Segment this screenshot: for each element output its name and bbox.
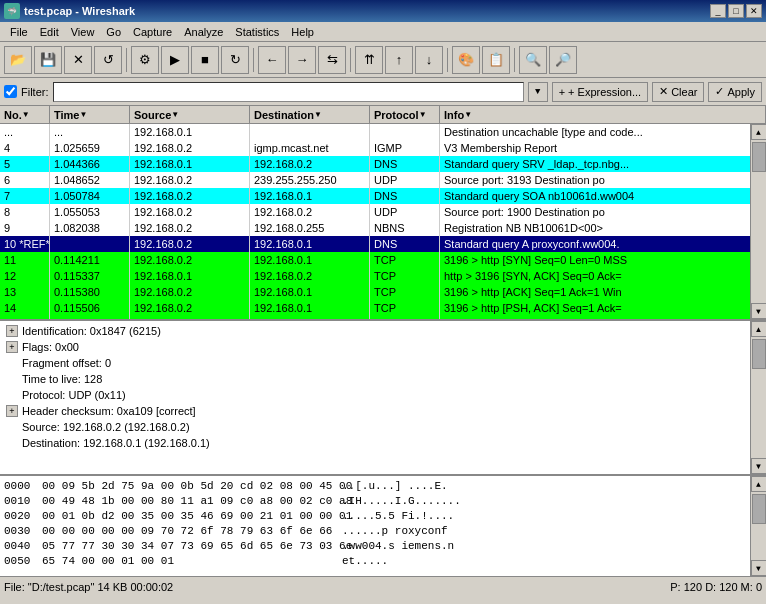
- detail-vscroll-down[interactable]: ▼: [751, 458, 767, 474]
- menu-capture[interactable]: Capture: [127, 24, 178, 40]
- prev-button[interactable]: ↑: [385, 46, 413, 74]
- goto-button[interactable]: ⇆: [318, 46, 346, 74]
- reload-button[interactable]: ↺: [94, 46, 122, 74]
- cell-time: 0.115380: [50, 284, 130, 300]
- menu-edit[interactable]: Edit: [34, 24, 65, 40]
- restart-button[interactable]: ↻: [221, 46, 249, 74]
- col-protocol[interactable]: Protocol: [370, 106, 440, 123]
- cell-src: 192.168.0.2: [130, 172, 250, 188]
- color-rules-button[interactable]: 🎨: [452, 46, 480, 74]
- hex-vscroll-up[interactable]: ▲: [751, 476, 767, 492]
- cell-proto: DNS: [370, 236, 440, 252]
- zoom-in-button[interactable]: 🔍: [519, 46, 547, 74]
- col-time[interactable]: Time: [50, 106, 130, 123]
- cell-src: 192.168.0.2: [130, 204, 250, 220]
- cell-info: 3196 > http [PSH, ACK] Seq=1 Ack=: [440, 300, 766, 316]
- col-no[interactable]: No.: [0, 106, 50, 123]
- cell-info: Destination uncachable [type and code...: [440, 124, 766, 140]
- close-capture-button[interactable]: ✕: [64, 46, 92, 74]
- filter-dropdown[interactable]: ▼: [528, 82, 548, 102]
- menu-go[interactable]: Go: [100, 24, 127, 40]
- table-row[interactable]: 7 1.050784 192.168.0.2 192.168.0.1 DNS S…: [0, 188, 766, 204]
- menu-help[interactable]: Help: [285, 24, 320, 40]
- cell-dst: 192.168.0.1: [250, 188, 370, 204]
- table-row[interactable]: 6 1.048652 192.168.0.2 239.255.255.250 U…: [0, 172, 766, 188]
- expression-button[interactable]: + + Expression...: [552, 82, 649, 102]
- first-button[interactable]: ⇈: [355, 46, 383, 74]
- menu-bar: File Edit View Go Capture Analyze Statis…: [0, 22, 766, 42]
- menu-statistics[interactable]: Statistics: [229, 24, 285, 40]
- table-row[interactable]: 14 0.115506 192.168.0.2 192.168.0.1 TCP …: [0, 300, 766, 316]
- menu-analyze[interactable]: Analyze: [178, 24, 229, 40]
- options-button[interactable]: ⚙: [131, 46, 159, 74]
- prefs-button[interactable]: 📋: [482, 46, 510, 74]
- col-source[interactable]: Source: [130, 106, 250, 123]
- cell-proto: TCP: [370, 300, 440, 316]
- table-row[interactable]: ... ... 192.168.0.1 Destination uncachab…: [0, 124, 766, 140]
- vscroll-thumb[interactable]: [752, 142, 766, 172]
- expand-flags[interactable]: +: [6, 341, 18, 353]
- vscroll-down[interactable]: ▼: [751, 303, 767, 319]
- filter-input[interactable]: [53, 82, 524, 102]
- save-button[interactable]: 💾: [34, 46, 62, 74]
- detail-vscroll-thumb[interactable]: [752, 339, 766, 369]
- cell-no: ...: [0, 124, 50, 140]
- next-button[interactable]: ↓: [415, 46, 443, 74]
- open-button[interactable]: 📂: [4, 46, 32, 74]
- table-row[interactable]: 12 0.115337 192.168.0.1 192.168.0.2 TCP …: [0, 268, 766, 284]
- col-destination[interactable]: Destination: [250, 106, 370, 123]
- start-button[interactable]: ▶: [161, 46, 189, 74]
- detail-source: Source: 192.168.0.2 (192.168.0.2): [22, 421, 760, 433]
- forward-button[interactable]: →: [288, 46, 316, 74]
- cell-info: 3196 > http [SYN] Seq=0 Len=0 MSS: [440, 252, 766, 268]
- cell-src: 192.168.0.2: [130, 140, 250, 156]
- zoom-out-button[interactable]: 🔎: [549, 46, 577, 74]
- hex-vscroll-down[interactable]: ▼: [751, 560, 767, 576]
- cell-proto: DNS: [370, 188, 440, 204]
- stop-button[interactable]: ■: [191, 46, 219, 74]
- cell-proto: TCP: [370, 268, 440, 284]
- table-row[interactable]: 13 0.115380 192.168.0.2 192.168.0.1 TCP …: [0, 284, 766, 300]
- hex-offset: 0030: [4, 525, 42, 537]
- expand-identification[interactable]: +: [6, 325, 18, 337]
- close-button[interactable]: ✕: [746, 4, 762, 18]
- detail-line: Time to live: 128: [4, 371, 762, 387]
- cell-time: 1.082038: [50, 220, 130, 236]
- cell-time: ...: [50, 124, 130, 140]
- table-row[interactable]: 5 1.044366 192.168.0.1 192.168.0.2 DNS S…: [0, 156, 766, 172]
- table-row[interactable]: 11 0.114211 192.168.0.2 192.168.0.1 TCP …: [0, 252, 766, 268]
- col-info[interactable]: Info: [440, 106, 766, 123]
- table-row[interactable]: 4 1.025659 192.168.0.2 igmp.mcast.net IG…: [0, 140, 766, 156]
- cell-src: 192.168.0.2: [130, 236, 250, 252]
- table-row[interactable]: 9 1.082038 192.168.0.2 192.168.0.255 NBN…: [0, 220, 766, 236]
- packet-list-container: No. Time Source Destination Protocol Inf…: [0, 106, 766, 321]
- cell-proto: UDP: [370, 172, 440, 188]
- cell-dst: 192.168.0.1: [250, 236, 370, 252]
- minimize-button[interactable]: _: [710, 4, 726, 18]
- cell-proto: TCP: [370, 284, 440, 300]
- maximize-button[interactable]: □: [728, 4, 744, 18]
- packet-list-body: ... ... 192.168.0.1 Destination uncachab…: [0, 124, 766, 321]
- clear-button[interactable]: ✕ Clear: [652, 82, 704, 102]
- hex-bytes: 65 74 00 00 01 00 01: [42, 555, 342, 567]
- cell-no: 5: [0, 156, 50, 172]
- hex-ascii: .ww004.s iemens.n: [342, 540, 454, 552]
- detail-vscroll-up[interactable]: ▲: [751, 321, 767, 337]
- hex-vscroll-track: [751, 492, 766, 560]
- cell-info: 3196 > http [ACK] Seq=1 Ack=1 Win: [440, 284, 766, 300]
- cell-src: 192.168.0.2: [130, 188, 250, 204]
- cell-src: 192.168.0.2: [130, 284, 250, 300]
- status-bar: File: "D:/test.pcap" 14 KB 00:00:02 P: 1…: [0, 576, 766, 596]
- hex-vscroll-thumb[interactable]: [752, 494, 766, 524]
- table-row-selected[interactable]: 10 *REF* 192.168.0.2 192.168.0.1 DNS Sta…: [0, 236, 766, 252]
- filter-enable-checkbox[interactable]: [4, 85, 17, 98]
- table-row[interactable]: 8 1.055053 192.168.0.2 192.168.0.2 UDP S…: [0, 204, 766, 220]
- expand-checksum[interactable]: +: [6, 405, 18, 417]
- back-button[interactable]: ←: [258, 46, 286, 74]
- hex-dump: 0000 00 09 5b 2d 75 9a 00 0b 5d 20 cd 02…: [0, 476, 766, 576]
- apply-button[interactable]: ✓ Apply: [708, 82, 762, 102]
- vscroll-up[interactable]: ▲: [751, 124, 767, 140]
- hex-line: 0020 00 01 0b d2 00 35 00 35 46 69 00 21…: [4, 508, 762, 523]
- menu-file[interactable]: File: [4, 24, 34, 40]
- menu-view[interactable]: View: [65, 24, 101, 40]
